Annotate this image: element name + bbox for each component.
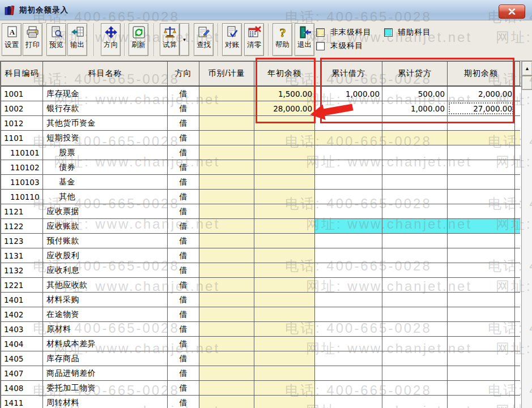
direction-cell[interactable]: 借 [168, 396, 199, 408]
initial-balance-cell[interactable] [448, 351, 515, 366]
table-row[interactable]: 1405 库存商品 借 [1, 351, 521, 366]
cumulative-credit-cell[interactable] [382, 396, 448, 408]
cumulative-debit-cell[interactable] [315, 160, 382, 175]
opening-balance-cell[interactable] [254, 131, 315, 145]
account-code-cell[interactable]: 1101 [1, 131, 43, 145]
opening-balance-cell[interactable] [254, 337, 315, 351]
cumulative-credit-cell[interactable] [382, 381, 448, 396]
account-code-cell[interactable]: 1002 [1, 101, 43, 116]
currency-measure-cell[interactable] [199, 307, 254, 322]
currency-measure-cell[interactable] [199, 396, 254, 408]
preview-button[interactable]: 预览 [46, 23, 66, 56]
direction-cell[interactable]: 借 [168, 351, 199, 366]
currency-measure-cell[interactable] [199, 175, 254, 190]
account-name-cell[interactable]: 应收股利 [43, 248, 168, 263]
direction-cell[interactable]: 借 [168, 366, 199, 381]
cumulative-credit-cell[interactable] [382, 160, 448, 175]
cumulative-debit-cell[interactable] [315, 396, 382, 408]
direction-cell[interactable]: 借 [168, 337, 199, 351]
opening-balance-cell[interactable] [254, 396, 315, 408]
cumulative-credit-cell[interactable] [382, 322, 448, 337]
initial-balance-cell[interactable] [448, 396, 515, 408]
cumulative-debit-cell[interactable] [315, 116, 382, 131]
direction-cell[interactable]: 借 [168, 263, 199, 278]
cumulative-credit-cell[interactable] [382, 234, 448, 248]
account-name-cell[interactable]: 银行存款 [43, 101, 168, 116]
currency-measure-cell[interactable] [199, 337, 254, 351]
initial-balance-cell[interactable]: 2,000.00 [448, 87, 515, 101]
direction-cell[interactable]: 借 [168, 248, 199, 263]
initial-balance-cell[interactable] [448, 263, 515, 278]
table-row[interactable]: 110110 其他 借 [1, 190, 521, 204]
table-row[interactable]: 110103 基金 借 [1, 175, 521, 190]
opening-balance-cell[interactable] [254, 263, 315, 278]
help-button[interactable]: ? 帮助 [273, 23, 292, 56]
refresh-button[interactable]: 刷新 [129, 23, 148, 56]
initial-balance-cell[interactable] [448, 307, 515, 322]
opening-balance-cell[interactable] [254, 351, 315, 366]
initial-balance-cell[interactable] [448, 322, 515, 337]
opening-balance-cell[interactable] [254, 145, 315, 160]
cumulative-debit-cell[interactable] [315, 234, 382, 248]
table-row[interactable]: 1404 材料成本差异 借 [1, 337, 521, 351]
opening-balance-cell[interactable]: 1,500.00 [254, 87, 315, 101]
opening-balance-cell[interactable] [254, 116, 315, 131]
initial-balance-cell[interactable] [448, 204, 515, 219]
account-name-cell[interactable]: 预付账款 [43, 234, 168, 248]
direction-cell[interactable]: 借 [168, 160, 199, 175]
account-name-cell[interactable]: 库存现金 [43, 87, 168, 101]
cumulative-credit-cell[interactable] [382, 131, 448, 145]
initial-balance-cell[interactable] [448, 175, 515, 190]
initial-balance-cell[interactable] [448, 248, 515, 263]
currency-measure-cell[interactable] [199, 293, 254, 307]
cumulative-credit-cell[interactable] [382, 278, 448, 293]
opening-balance-cell[interactable] [254, 366, 315, 381]
opening-balance-cell[interactable] [254, 219, 315, 234]
cumulative-debit-cell[interactable] [315, 131, 382, 145]
table-row[interactable]: 1411 周转材料 借 [1, 396, 521, 408]
direction-cell[interactable]: 借 [168, 116, 199, 131]
cumulative-debit-cell[interactable] [315, 381, 382, 396]
initial-balance-cell[interactable] [448, 293, 515, 307]
table-row[interactable]: 1131 应收股利 借 [1, 248, 521, 263]
account-code-cell[interactable]: 1411 [1, 396, 43, 408]
direction-cell[interactable]: 借 [168, 322, 199, 337]
account-code-cell[interactable]: 110101 [1, 145, 43, 160]
direction-cell[interactable]: 借 [168, 278, 199, 293]
close-button[interactable] [499, 5, 525, 19]
export-button[interactable]: 输出 [67, 23, 87, 56]
currency-measure-cell[interactable] [199, 101, 254, 116]
currency-measure-cell[interactable] [199, 248, 254, 263]
direction-cell[interactable]: 借 [168, 190, 199, 204]
account-name-cell[interactable]: 原材料 [43, 322, 168, 337]
cumulative-credit-cell[interactable] [382, 293, 448, 307]
direction-cell[interactable]: 借 [168, 204, 199, 219]
cumulative-credit-cell[interactable] [382, 337, 448, 351]
table-row[interactable]: 1408 委托加工物资 借 [1, 381, 521, 396]
exit-button[interactable]: 退出 [295, 23, 314, 56]
account-code-cell[interactable]: 1404 [1, 337, 43, 351]
table-row[interactable]: 1122 应收账款 借 [1, 219, 521, 234]
account-name-cell[interactable]: 应收利息 [43, 263, 168, 278]
cumulative-debit-cell[interactable] [315, 175, 382, 190]
account-code-cell[interactable]: 1012 [1, 116, 43, 131]
account-code-cell[interactable]: 1122 [1, 219, 43, 234]
cumulative-credit-cell[interactable] [382, 263, 448, 278]
direction-cell[interactable]: 借 [168, 175, 199, 190]
account-name-cell[interactable]: 其他货币资金 [43, 116, 168, 131]
find-button[interactable]: 查找 [194, 23, 214, 56]
cumulative-debit-cell[interactable] [315, 190, 382, 204]
table-row[interactable]: 1401 材料采购 借 [1, 293, 521, 307]
account-code-cell[interactable]: 110110 [1, 190, 43, 204]
table-row[interactable]: 1402 在途物资 借 [1, 307, 521, 322]
table-row[interactable]: 1001 库存现金 借 1,500.00 1,000.00 500.00 2,0… [1, 87, 521, 101]
account-name-cell[interactable]: 债券 [43, 160, 168, 175]
direction-cell[interactable]: 借 [168, 87, 199, 101]
direction-cell[interactable]: 借 [168, 101, 199, 116]
initial-balance-cell[interactable] [448, 366, 515, 381]
cumulative-debit-cell[interactable] [315, 322, 382, 337]
cumulative-debit-cell[interactable] [315, 278, 382, 293]
cumulative-debit-cell[interactable] [315, 293, 382, 307]
print-button[interactable]: 打印 [23, 23, 42, 56]
account-name-cell[interactable]: 周转材料 [43, 396, 168, 408]
